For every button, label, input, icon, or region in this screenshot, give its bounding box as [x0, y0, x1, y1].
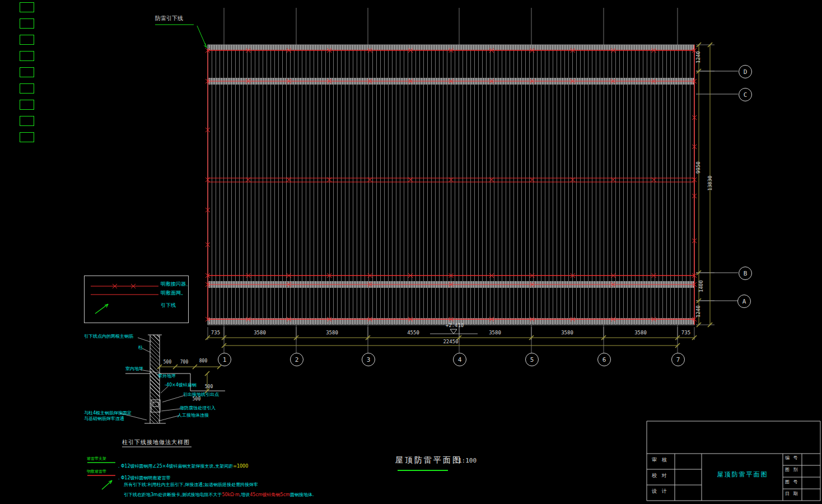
legend-item-3: 引下线 [161, 302, 176, 308]
note-line-1-value: =1000 [233, 464, 248, 469]
note-line-4d: 45cm镀锌角钢5cm [250, 492, 290, 497]
page-scale: 1:100 [458, 458, 477, 465]
titleblock-row-proof: 校 对 [652, 473, 669, 478]
axis-bubble-6: 6 [597, 353, 611, 366]
dim-bottom-2: 3580 [315, 330, 349, 335]
dim-bottom-0: 735 [199, 330, 232, 335]
note-symbol-label-1: 避雷带支架 [87, 456, 106, 461]
margin-box [20, 116, 34, 126]
titleblock-row-no: 编 号 [785, 455, 799, 460]
elevation-mark-label: +2.410 [435, 323, 474, 328]
detail-title: 柱引下线接地做法大样图 [122, 439, 190, 446]
notes-symbols [87, 463, 115, 489]
legend-item-2: 明敷面网。 [161, 290, 186, 296]
roof-walkway-band-lower [208, 281, 694, 288]
detail-label-flat-steel: -40×4镀锌扁钢 [165, 382, 197, 388]
note-line-4c: ,增设 [240, 492, 250, 497]
detail-label-weld2: 与基础钢筋焊牢连通 [84, 416, 124, 421]
axis-bubble-B: B [739, 267, 752, 280]
dim-bottom-7: 735 [669, 330, 703, 335]
margin-box [20, 18, 34, 29]
detail-dim-700: 700 [177, 360, 192, 365]
detail-label-anticorrosion: 做防腐蚀处理引入 [180, 405, 216, 410]
axis-bubble-3: 3 [362, 353, 375, 366]
note-line-4: 引下线在距地3m处设断接卡,测试接地电阻不大于50kΩ·m,增设45cm镀锌角钢… [124, 488, 314, 498]
dim-bottom-6: 3580 [624, 330, 657, 335]
margin-box [20, 51, 34, 61]
down-conductor-label: 防雷引下线 [155, 15, 183, 22]
detail-label-manual-ground: 人工接地体连接 [178, 413, 209, 418]
margin-box [20, 100, 34, 110]
margin-box [20, 35, 34, 45]
titleblock-row-sheet: 图 号 [785, 479, 799, 484]
axis-bubble-C: C [739, 88, 752, 101]
cad-sheet: 防雷引下线 735 3580 3580 4550 3580 3580 3580 … [0, 0, 822, 504]
titleblock-row-date: 日 期 [785, 491, 799, 496]
dim-right-1: 9950 [695, 151, 701, 184]
margin-box [20, 67, 34, 77]
dim-right-total: 13830 [707, 166, 713, 200]
dim-bottom-4: 3580 [478, 330, 512, 335]
axis-bubble-1: 1 [218, 353, 231, 366]
note-line-1-text: ．Φ12镀锌圆钢用∠25×4镀锌扁钢支架焊接支设,支架间距 [116, 464, 233, 469]
note-symbol-label-2: 明敷避雷带 [87, 469, 106, 474]
detail-label-indoor: 室内地坪 [125, 366, 143, 371]
dim-bottom-3: 4550 [396, 330, 430, 335]
dim-bottom-total: 22450 [428, 339, 473, 344]
column-section-hatch [150, 335, 160, 423]
detail-dim-500c: 500 [189, 396, 204, 402]
roof-edge-band-top [208, 45, 694, 50]
axis-bubble-2: 2 [290, 353, 303, 366]
axis-bubble-D: D [739, 65, 752, 78]
axis-bubble-A: A [737, 295, 751, 308]
axis-bubble-5: 5 [525, 353, 539, 366]
margin-box [20, 83, 34, 94]
legend-item-1: 明敷接闪器、 [161, 281, 191, 287]
titleblock-lines [647, 421, 820, 501]
dim-right-0: 1240 [695, 40, 701, 74]
axis-bubble-7: 7 [671, 353, 685, 366]
axis-bubble-4: 4 [453, 353, 466, 366]
detail-dim-500a: 500 [160, 360, 175, 365]
titleblock-row-type: 图 别 [785, 467, 799, 472]
detail-label-outdoor: 室外地坪 [158, 374, 176, 379]
note-line-4b: 50kΩ·m [222, 492, 239, 497]
roof-walkway-band-upper [208, 78, 694, 85]
margin-box [20, 2, 34, 12]
detail-label-rebar: 引下线点内的两根主钢筋 [84, 334, 133, 339]
detail-dim-500b: 500 [202, 384, 216, 389]
titleblock-drawing-title: 屋顶防雷平面图 [703, 472, 782, 479]
dim-right-3: 1240 [695, 295, 701, 328]
note-line-4e: 圆钢接地体. [290, 492, 314, 497]
detail-dim-800: 800 [196, 358, 211, 363]
note-line-4a: 引下线在距地3m处设断接卡,测试接地电阻不大于 [124, 492, 222, 497]
dim-bottom-1: 3580 [243, 330, 277, 335]
note-line-3: 所有引下线:利用柱内主筋引下,焊接连通;如遇钢筋搭接处需跨接焊牢 [124, 482, 258, 487]
note-line-2: ．Φ12镀锌圆钢明敷避雷带 [116, 475, 170, 480]
titleblock-row-design: 设 计 [652, 488, 669, 494]
titleblock-row-check: 审 核 [652, 457, 669, 463]
detail-label-column: 柱 [138, 345, 143, 350]
margin-box [20, 132, 34, 142]
dim-bottom-5: 3580 [550, 330, 584, 335]
detail-label-weld1: 与柱4根主钢筋焊接固定 [84, 410, 132, 416]
page-title: 屋顶防雷平面图 [395, 455, 462, 464]
note-line-1: ．Φ12镀锌圆钢用∠25×4镀锌扁钢支架焊接支设,支架间距=1000 [116, 460, 248, 470]
